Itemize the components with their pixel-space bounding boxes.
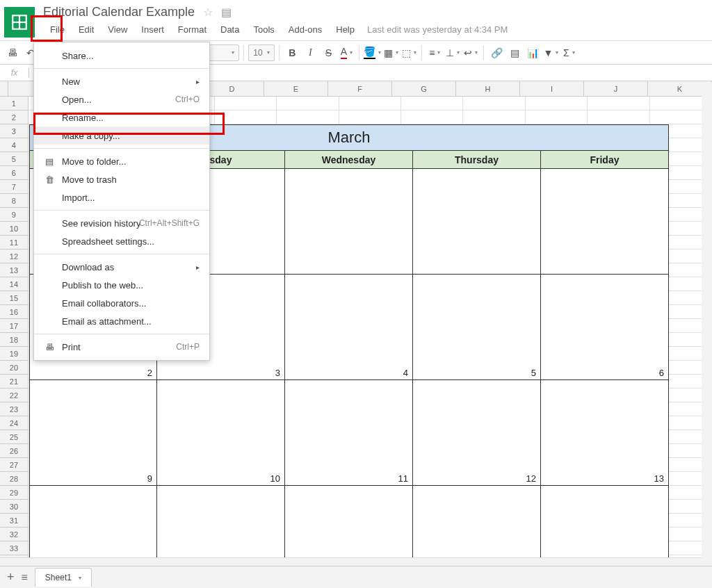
menu-file[interactable]: File <box>43 22 72 37</box>
borders-icon[interactable]: ▦▾ <box>382 44 399 61</box>
cell[interactable] <box>526 111 588 124</box>
menu-import[interactable]: Import... <box>34 188 209 206</box>
row-header[interactable]: 30 <box>0 500 29 514</box>
cell[interactable] <box>401 111 463 124</box>
cell[interactable] <box>215 111 277 124</box>
col-header-J[interactable]: J <box>584 81 648 96</box>
row-header[interactable]: 6 <box>0 166 29 180</box>
calendar-cell[interactable]: 5 <box>413 275 541 380</box>
font-size-select[interactable]: 10▾ <box>248 44 275 61</box>
merge-icon[interactable]: ⬚▾ <box>400 44 417 61</box>
cell[interactable] <box>463 111 525 124</box>
menu-format[interactable]: Format <box>171 22 213 37</box>
calendar-cell[interactable]: 13 <box>541 380 669 486</box>
horizontal-scrollbar[interactable] <box>0 557 702 566</box>
calendar-cell[interactable] <box>413 169 541 275</box>
doc-title[interactable]: Editorial Calendar Example <box>43 5 200 19</box>
calendar-cell[interactable] <box>285 169 413 275</box>
cell[interactable] <box>401 97 463 111</box>
calendar-cell[interactable]: 19 <box>413 486 541 565</box>
row-header[interactable]: 13 <box>0 263 29 277</box>
halign-icon[interactable]: ≡▾ <box>426 44 443 61</box>
menu-publish[interactable]: Publish to the web... <box>34 276 209 294</box>
cell[interactable] <box>339 111 401 124</box>
row-header[interactable]: 11 <box>0 236 29 250</box>
all-sheets-button[interactable]: ≡ <box>22 571 28 584</box>
italic-icon[interactable]: I <box>302 44 318 61</box>
row-header[interactable]: 18 <box>0 333 29 347</box>
col-header-H[interactable]: H <box>456 81 520 96</box>
calendar-cell[interactable]: 6 <box>541 275 669 380</box>
calendar-cell[interactable]: 17 <box>157 486 285 565</box>
menu-data[interactable]: Data <box>213 22 246 37</box>
strikethrough-icon[interactable]: S <box>320 44 337 61</box>
bold-icon[interactable]: B <box>284 44 300 61</box>
col-header-G[interactable]: G <box>392 81 456 96</box>
row-header[interactable]: 21 <box>0 375 29 389</box>
calendar-cell[interactable]: 11 <box>285 380 413 486</box>
select-all-corner[interactable] <box>0 81 8 96</box>
row-header[interactable]: 17 <box>0 319 29 333</box>
menu-tools[interactable]: Tools <box>246 22 281 37</box>
last-edit[interactable]: Last edit was yesterday at 4:34 PM <box>362 24 508 35</box>
row-header[interactable]: 10 <box>0 222 29 236</box>
col-header-E[interactable]: E <box>264 81 328 96</box>
row-header[interactable]: 27 <box>0 458 29 472</box>
cell[interactable] <box>215 97 277 111</box>
cell[interactable] <box>277 111 339 124</box>
calendar-cell[interactable]: 18 <box>285 486 413 565</box>
cell[interactable] <box>588 97 649 111</box>
row-header[interactable]: 2 <box>0 111 29 124</box>
col-header-I[interactable]: I <box>520 81 584 96</box>
row-header[interactable]: 15 <box>0 291 29 305</box>
row-header[interactable]: 26 <box>0 444 29 458</box>
add-sheet-button[interactable]: + <box>7 570 15 585</box>
row-header[interactable]: 28 <box>0 472 29 486</box>
sheet-tab[interactable]: Sheet1▾ <box>35 568 92 587</box>
calendar-cell[interactable]: 4 <box>285 275 413 380</box>
star-icon[interactable]: ☆ <box>200 6 216 18</box>
menu-rename[interactable]: Rename... <box>34 108 209 126</box>
row-header[interactable]: 23 <box>0 402 29 416</box>
row-header[interactable]: 7 <box>0 180 29 194</box>
text-color-icon[interactable]: A▾ <box>338 44 355 61</box>
row-header[interactable]: 5 <box>0 152 29 166</box>
cell[interactable] <box>463 97 525 111</box>
wrap-icon[interactable]: ↩▾ <box>462 44 479 61</box>
calendar-cell[interactable]: 10 <box>157 380 285 486</box>
menu-email-collab[interactable]: Email collaborators... <box>34 294 209 312</box>
menu-trash[interactable]: 🗑Move to trash <box>34 170 209 188</box>
menu-print[interactable]: 🖶PrintCtrl+P <box>34 338 209 356</box>
filter-icon[interactable]: ▼▾ <box>542 44 559 61</box>
row-header[interactable]: 12 <box>0 250 29 263</box>
calendar-cell[interactable]: 16 <box>29 486 157 565</box>
row-header[interactable]: 20 <box>0 361 29 375</box>
vertical-scrollbar[interactable] <box>702 82 712 566</box>
menu-view[interactable]: View <box>101 22 134 37</box>
row-header[interactable]: 4 <box>0 138 29 152</box>
menu-addons[interactable]: Add-ons <box>282 22 329 37</box>
row-header[interactable]: 25 <box>0 430 29 444</box>
row-header[interactable]: 16 <box>0 305 29 319</box>
row-header[interactable]: 24 <box>0 416 29 430</box>
row-header[interactable]: 9 <box>0 208 29 222</box>
folder-icon[interactable]: ▤ <box>218 6 234 18</box>
sheets-logo[interactable] <box>4 7 35 38</box>
row-header[interactable]: 33 <box>0 541 29 555</box>
menu-open[interactable]: Open...Ctrl+O <box>34 90 209 108</box>
menu-move-folder[interactable]: ▤Move to folder... <box>34 152 209 170</box>
menu-help[interactable]: Help <box>329 22 362 37</box>
menu-insert[interactable]: Insert <box>134 22 171 37</box>
col-header-F[interactable]: F <box>328 81 392 96</box>
calendar-cell[interactable]: 20 <box>541 486 669 565</box>
row-header[interactable]: 14 <box>0 277 29 291</box>
comment-icon[interactable]: ▤ <box>506 44 523 61</box>
link-icon[interactable]: 🔗 <box>488 44 505 61</box>
menu-share[interactable]: Share... <box>34 47 209 65</box>
menu-email-attach[interactable]: Email as attachment... <box>34 312 209 330</box>
fill-color-icon[interactable]: 🪣▾ <box>364 44 381 61</box>
calendar-cell[interactable]: 9 <box>29 380 157 486</box>
functions-icon[interactable]: Σ▾ <box>560 44 577 61</box>
valign-icon[interactable]: ⊥▾ <box>444 44 461 61</box>
row-header[interactable]: 31 <box>0 514 29 528</box>
